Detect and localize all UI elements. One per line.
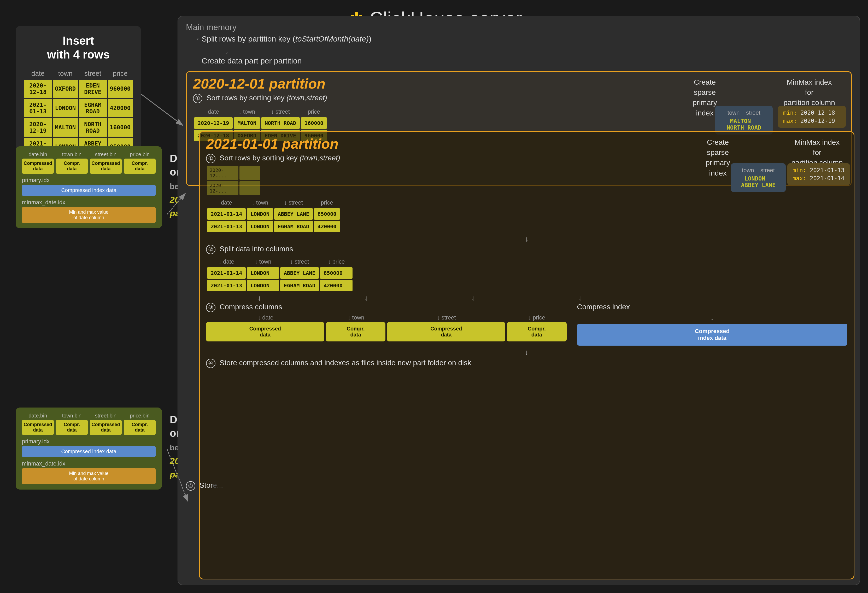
- create-data-part-text: Create data part per partition: [202, 56, 302, 65]
- table-row: 2021-01-13 LONDON EGHAM ROAD 420000: [24, 99, 133, 118]
- file2-data-date: Compresseddata: [22, 420, 54, 435]
- file-label-town-bin: town.bin: [56, 151, 88, 158]
- split-rows-text: Split rows by partition key (toStartOfMo…: [202, 34, 371, 43]
- col-date: date: [24, 68, 53, 79]
- file2-label-street-bin: street.bin: [90, 413, 122, 419]
- step3-row: ③ Compress columns ↓ date ↓ town ↓ stree…: [200, 303, 854, 346]
- table-row: 2020-12-19 MALTON NORTH ROAD 160000: [194, 117, 327, 129]
- p2021-step1: ① Sort rows by sorting key (town,street): [200, 153, 854, 164]
- file2-data-street: Compresseddata: [90, 420, 122, 435]
- disk-part-2021: date.bin Compresseddata town.bin Compr.d…: [16, 408, 162, 489]
- p2021-faded-rows: 2020-12-... 2020-12-...: [206, 165, 261, 196]
- svg-line-5: [141, 94, 183, 126]
- server-area: Main memory → Split rows by partition ke…: [177, 16, 860, 585]
- disk-part-2020: date.bin Compresseddata town.bin Compr.d…: [16, 146, 162, 228]
- file-data-price: Compr.data: [124, 158, 156, 174]
- p2021-split-cols: ↓ date ↓ town ↓ street ↓ price 2021-01-1…: [206, 256, 354, 292]
- arrow-down-1: ↓: [225, 47, 229, 55]
- file-label-street-bin: street.bin: [90, 151, 122, 158]
- file2-data-town: Compr.data: [56, 420, 88, 435]
- sparse-index-2021: town street LONDON ABBEY LANE: [731, 163, 786, 192]
- arrow-step4: ↓: [200, 346, 854, 358]
- p2021-step4: ④ Store compressed columns and indexes a…: [200, 358, 854, 372]
- file-label-price-bin: price.bin: [124, 151, 156, 158]
- file-label-date-bin: date.bin: [22, 151, 54, 158]
- p2021-step3: ③ Compress columns: [206, 303, 567, 312]
- partition-2021: 2021-01-01 partition ① Sort rows by sort…: [199, 131, 855, 580]
- minmax2-idx-label: minmax_date.idx: [22, 460, 156, 467]
- file2-label-town-bin: town.bin: [56, 413, 88, 419]
- file2-label-date-bin: date.bin: [22, 413, 54, 419]
- col-town: town: [53, 68, 78, 79]
- p2020-step4: ④ Store...: [186, 481, 223, 491]
- minmax-idx-data-2020: Min and max valueof date column: [22, 207, 156, 223]
- insert-title: Insertwith 4 rows: [24, 34, 133, 62]
- minmax-box-2020: min: 2020-12-18 max: 2020-12-19: [778, 106, 846, 128]
- minmax-box-2021: min: 2021-01-13 max: 2021-01-14: [787, 163, 850, 185]
- compress-date: Compresseddata: [206, 322, 324, 342]
- file2-data-price: Compr.data: [124, 420, 156, 435]
- sparse-index-2020: town street MALTON NORTH ROAD: [715, 106, 773, 135]
- table-row: 2021-01-14 LONDON ABBEY LANE 850000: [207, 267, 353, 279]
- primary2-idx-label: primary.idx: [22, 438, 156, 445]
- primary2-idx-data: Compressed index data: [22, 446, 156, 457]
- compress-town: Compr.data: [326, 322, 385, 342]
- p2021-step2: ② Split data into columns: [200, 244, 854, 255]
- arrows-row: ↓ ↓ ↓ ↓: [200, 292, 854, 303]
- table-row: 2021-01-14 LONDON ABBEY LANE 850000: [207, 208, 340, 220]
- minmax-idx-label: minmax_date.idx: [22, 199, 156, 206]
- table-row: 2021-01-13 LONDON EGHAM ROAD 420000: [207, 280, 353, 291]
- file-data-date: Compresseddata: [22, 158, 54, 174]
- partition-2020-title: 2020-12-01 partition: [187, 72, 851, 93]
- compress-index-data: Compressedindex data: [577, 324, 847, 346]
- arrow-down-step2: ↓: [200, 233, 854, 244]
- minmax-label-2020: MinMax index forpartition column: [783, 77, 836, 108]
- file-data-town: Compr.data: [56, 158, 88, 174]
- col-street: street: [78, 68, 107, 79]
- table-row: 2021-01-13 LONDON EGHAM ROAD 420000: [207, 221, 340, 232]
- file-data-street: Compresseddata: [90, 158, 122, 174]
- arrow-to-split: →: [193, 34, 200, 43]
- primary-idx-label: primary.idx: [22, 177, 156, 183]
- partition-2021-title: 2021-01-01 partition: [200, 132, 854, 153]
- insert-table: date town street price 2020-12-18 OXFORD…: [24, 68, 133, 157]
- p2020-step1: ① Sort rows by sorting key (town,street): [187, 93, 851, 104]
- primary-idx-data: Compressed index data: [22, 185, 156, 196]
- table-row: 2020-12-19 MALTON NORTH ROAD 160000: [24, 118, 133, 137]
- file2-label-price-bin: price.bin: [124, 413, 156, 419]
- col-price: price: [107, 68, 133, 79]
- compress-index-label: Compress index: [577, 303, 847, 311]
- p2021-sorted-rows: date ↓ town ↓ street price 2021-01-14 LO…: [206, 197, 341, 233]
- compress-street: Compresseddata: [387, 322, 505, 342]
- insert-box: Insertwith 4 rows date town street price…: [16, 26, 141, 164]
- table-row: 2020-12-18 OXFORD EDEN DRIVE 960000: [24, 79, 133, 99]
- compress-price: Compr.data: [507, 322, 566, 342]
- minmax-idx-data-2021: Min and max valueof date column: [22, 468, 156, 484]
- main-memory-label: Main memory: [186, 22, 236, 32]
